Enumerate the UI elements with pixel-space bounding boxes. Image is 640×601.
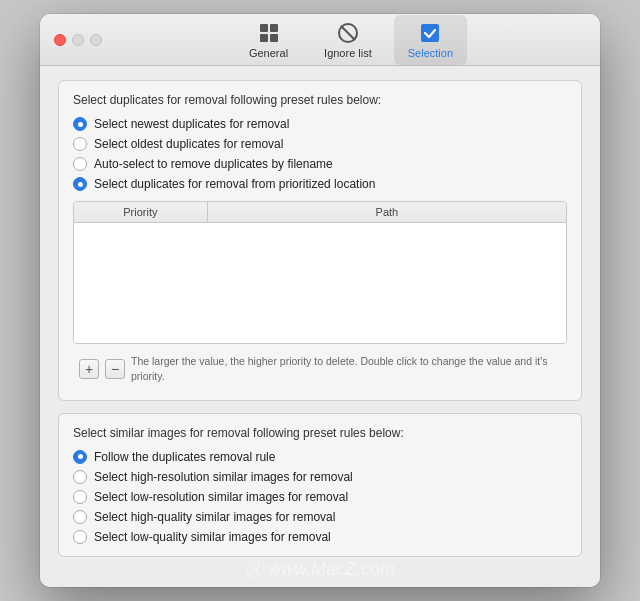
- table-body[interactable]: [74, 223, 566, 343]
- toolbar-tabs: General Ignore list: [102, 15, 600, 65]
- similar-section-title: Select similar images for removal follow…: [73, 426, 567, 440]
- radio-follow-rule-label: Follow the duplicates removal rule: [94, 450, 275, 464]
- radio-low-res-circle: [73, 490, 87, 504]
- radio-newest-circle: [73, 117, 87, 131]
- radio-newest[interactable]: Select newest duplicates for removal: [73, 117, 567, 131]
- radio-low-res-label: Select low-resolution similar images for…: [94, 490, 348, 504]
- radio-high-quality[interactable]: Select high-quality similar images for r…: [73, 510, 567, 524]
- svg-rect-2: [260, 34, 268, 42]
- tab-selection[interactable]: Selection: [394, 15, 467, 65]
- priority-table: Priority Path: [73, 201, 567, 344]
- radio-high-quality-label: Select high-quality similar images for r…: [94, 510, 335, 524]
- radio-low-res[interactable]: Select low-resolution similar images for…: [73, 490, 567, 504]
- svg-rect-0: [260, 24, 268, 32]
- radio-high-res-circle: [73, 470, 87, 484]
- col-priority: Priority: [74, 202, 208, 222]
- add-row-button[interactable]: +: [79, 359, 99, 379]
- radio-newest-label: Select newest duplicates for removal: [94, 117, 289, 131]
- radio-oldest[interactable]: Select oldest duplicates for removal: [73, 137, 567, 151]
- tab-selection-label: Selection: [408, 47, 453, 59]
- duplicates-section-title: Select duplicates for removal following …: [73, 93, 567, 107]
- general-icon: [257, 21, 281, 45]
- tab-ignore-list-label: Ignore list: [324, 47, 372, 59]
- tab-ignore-list[interactable]: Ignore list: [310, 15, 386, 65]
- table-footer: + − The larger the value, the higher pri…: [73, 350, 567, 387]
- radio-low-quality-circle: [73, 530, 87, 544]
- svg-rect-1: [270, 24, 278, 32]
- remove-row-button[interactable]: −: [105, 359, 125, 379]
- minimize-button[interactable]: [72, 34, 84, 46]
- radio-high-res-label: Select high-resolution similar images fo…: [94, 470, 353, 484]
- radio-prioritized-label: Select duplicates for removal from prior…: [94, 177, 375, 191]
- svg-rect-3: [270, 34, 278, 42]
- titlebar: General Ignore list: [40, 14, 600, 66]
- selection-icon: [418, 21, 442, 45]
- radio-high-quality-circle: [73, 510, 87, 524]
- table-header: Priority Path: [74, 202, 566, 223]
- tab-general-label: General: [249, 47, 288, 59]
- similar-section: Select similar images for removal follow…: [58, 413, 582, 557]
- radio-low-quality-label: Select low-quality similar images for re…: [94, 530, 331, 544]
- radio-low-quality[interactable]: Select low-quality similar images for re…: [73, 530, 567, 544]
- svg-line-5: [341, 26, 355, 40]
- main-window: General Ignore list: [40, 14, 600, 586]
- tab-general[interactable]: General: [235, 15, 302, 65]
- duplicates-section: Select duplicates for removal following …: [58, 80, 582, 400]
- traffic-lights: [40, 34, 102, 46]
- radio-prioritized-circle: [73, 177, 87, 191]
- radio-oldest-label: Select oldest duplicates for removal: [94, 137, 283, 151]
- ignore-list-icon: [336, 21, 360, 45]
- col-path: Path: [208, 202, 566, 222]
- radio-prioritized[interactable]: Select duplicates for removal from prior…: [73, 177, 567, 191]
- close-button[interactable]: [54, 34, 66, 46]
- radio-auto-circle: [73, 157, 87, 171]
- content-area: Select duplicates for removal following …: [40, 66, 600, 586]
- svg-rect-6: [421, 24, 439, 42]
- radio-high-res[interactable]: Select high-resolution similar images fo…: [73, 470, 567, 484]
- radio-follow-rule-circle: [73, 450, 87, 464]
- radio-auto-label: Auto-select to remove duplicates by file…: [94, 157, 333, 171]
- radio-oldest-circle: [73, 137, 87, 151]
- radio-follow-rule[interactable]: Follow the duplicates removal rule: [73, 450, 567, 464]
- table-hint: The larger the value, the higher priorit…: [131, 354, 561, 383]
- maximize-button[interactable]: [90, 34, 102, 46]
- radio-auto[interactable]: Auto-select to remove duplicates by file…: [73, 157, 567, 171]
